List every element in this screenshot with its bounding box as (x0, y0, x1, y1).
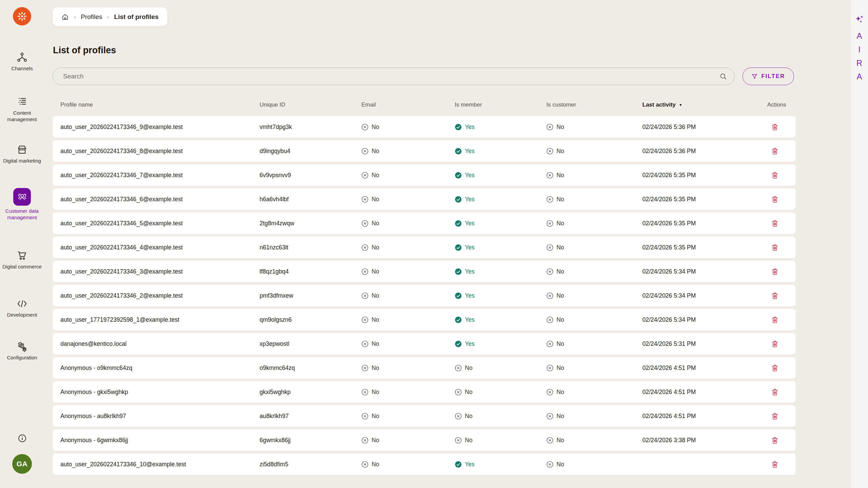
no-icon (361, 389, 369, 396)
table-row[interactable]: Anonymous - gkxi5wghkpgkxi5wghkpNoNoNo02… (53, 381, 796, 403)
status-text: No (556, 461, 564, 468)
sidebar-item-channels[interactable]: Channels (0, 52, 44, 72)
delete-profile-button[interactable] (770, 291, 780, 301)
is-customer-status-cell: No (546, 220, 642, 227)
status-text: No (556, 148, 564, 155)
home-icon[interactable] (61, 13, 69, 21)
info-icon[interactable] (18, 434, 27, 443)
delete-profile-button[interactable] (770, 146, 780, 156)
table-row[interactable]: auto_user_20260224173346_5@example.test2… (53, 212, 796, 234)
table-row[interactable]: Anonymous - o9kmmc64zqo9kmmc64zqNoNoNo02… (53, 357, 796, 379)
delete-profile-button[interactable] (770, 170, 780, 180)
unique-id-cell: n61nzc63lt (260, 244, 361, 251)
search-input[interactable] (53, 68, 735, 85)
unique-id-cell: d9ingqybu4 (260, 148, 361, 155)
email-status-cell: No (361, 172, 455, 179)
status-text: Yes (465, 148, 475, 155)
is-member-status-cell: Yes (455, 148, 546, 155)
sidebar-item-digital-marketing[interactable]: Digital marketing (0, 144, 44, 164)
actions-cell (767, 387, 782, 397)
delete-profile-button[interactable] (770, 243, 780, 252)
table-row[interactable]: Anonymous - 6gwmkx86jj6gwmkx86jjNoNoNo02… (53, 429, 796, 451)
status-text: Yes (465, 196, 475, 203)
yes-icon (455, 244, 462, 251)
no-icon (546, 364, 553, 372)
table-row[interactable]: danajones@kentico.localxp3epwostlNoYesNo… (53, 333, 796, 355)
is-member-status-cell: No (455, 437, 546, 444)
email-status-cell: No (361, 292, 455, 299)
filter-button[interactable]: FILTER (742, 68, 794, 85)
profile-name-cell: auto_user_20260224173346_9@example.test (60, 124, 260, 131)
email-status-cell: No (361, 389, 455, 396)
unique-id-cell: qm9olgszn6 (260, 316, 361, 323)
delete-profile-button[interactable] (770, 194, 780, 204)
is-member-status-cell: No (455, 413, 546, 420)
search-icon[interactable] (719, 73, 727, 80)
table-row[interactable]: Anonymous - au8krlkh97au8krlkh97NoNoNo02… (53, 405, 796, 427)
no-icon (546, 389, 553, 396)
delete-profile-button[interactable] (770, 435, 780, 445)
configuration-icon (16, 341, 28, 352)
breadcrumb-item-profiles[interactable]: Profiles (81, 13, 102, 21)
is-customer-status-cell: No (546, 148, 642, 155)
status-text: No (372, 292, 379, 299)
trash-icon (771, 388, 779, 396)
user-avatar[interactable]: GA (12, 454, 32, 474)
delete-profile-button[interactable] (770, 363, 780, 373)
sidebar-item-customer-data-management[interactable]: Customer data management (0, 188, 44, 221)
yes-icon (455, 124, 462, 131)
status-text: Yes (465, 244, 475, 251)
trash-icon (771, 123, 779, 131)
aira-assistant-rail[interactable]: A I R A (850, 0, 868, 488)
last-activity-cell: 02/24/2026 5:36 PM (642, 148, 767, 155)
sidebar-item-label: Content management (0, 110, 44, 123)
table-row[interactable]: auto_user_20260224173346_7@example.test6… (53, 164, 796, 186)
status-text: No (556, 340, 564, 348)
table-row[interactable]: auto_user_20260224173346_6@example.testh… (53, 188, 796, 210)
no-icon (361, 292, 369, 299)
actions-cell (767, 435, 782, 445)
profile-name-cell: Anonymous - au8krlkh97 (60, 413, 260, 420)
sidebar-item-development[interactable]: Development (0, 298, 44, 318)
last-activity-cell: 02/24/2026 4:51 PM (642, 364, 767, 372)
delete-profile-button[interactable] (770, 411, 780, 421)
delete-profile-button[interactable] (770, 315, 780, 325)
delete-profile-button[interactable] (770, 387, 780, 397)
kentico-logo-icon[interactable] (13, 7, 31, 25)
no-icon (546, 413, 553, 420)
table-row[interactable]: auto_user_20260224173346_9@example.testv… (53, 116, 796, 138)
table-row[interactable]: auto_user_20260224173346_3@example.testl… (53, 261, 796, 282)
delete-profile-button[interactable] (770, 122, 780, 132)
actions-cell (767, 146, 782, 156)
delete-profile-button[interactable] (770, 459, 780, 469)
delete-profile-button[interactable] (770, 339, 780, 349)
actions-cell (767, 339, 782, 349)
sidebar-item-content-management[interactable]: Content management (0, 96, 44, 123)
status-text: No (465, 413, 472, 420)
no-icon (546, 172, 553, 179)
sidebar-item-configuration[interactable]: Configuration (0, 341, 44, 361)
profile-name-cell: auto_user_20260224173346_10@example.test (60, 461, 260, 468)
column-header-is-member: Is member (455, 101, 546, 108)
column-header-last-activity[interactable]: Last activity ▼ (642, 101, 767, 108)
status-text: No (465, 364, 472, 372)
table-row[interactable]: auto_user_20260224173346_10@example.test… (53, 453, 796, 475)
delete-profile-button[interactable] (770, 219, 780, 228)
sidebar-item-digital-commerce[interactable]: Digital commerce (0, 250, 44, 270)
table-row[interactable]: auto_user_20260224173346_2@example.testp… (53, 285, 796, 306)
is-member-status-cell: No (455, 389, 546, 396)
table-row[interactable]: auto_user_1771972392598_1@example.testqm… (53, 309, 796, 331)
table-row[interactable]: auto_user_20260224173346_4@example.testn… (53, 237, 796, 258)
delete-profile-button[interactable] (770, 267, 780, 277)
is-member-status-cell: Yes (455, 268, 546, 275)
is-customer-status-cell: No (546, 389, 642, 396)
last-activity-cell: 02/24/2026 5:31 PM (642, 340, 767, 348)
no-icon (546, 340, 553, 348)
profile-name-cell: danajones@kentico.local (60, 340, 260, 348)
no-icon (361, 268, 369, 275)
trash-icon (771, 267, 779, 276)
last-activity-cell: 02/24/2026 5:36 PM (642, 124, 767, 131)
table-row[interactable]: auto_user_20260224173346_8@example.testd… (53, 140, 796, 162)
sidebar: ChannelsContent managementDigital market… (0, 0, 44, 488)
status-text: No (372, 389, 379, 396)
